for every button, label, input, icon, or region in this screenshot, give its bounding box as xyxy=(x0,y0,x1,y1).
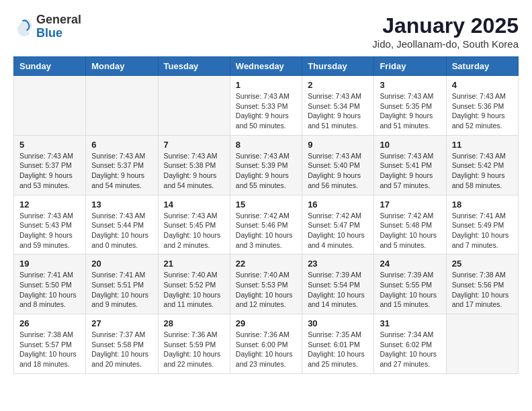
day-number: 19 xyxy=(19,259,80,269)
calendar-cell: 29Sunrise: 7:36 AMSunset: 6:00 PMDayligh… xyxy=(230,314,302,374)
day-number: 7 xyxy=(164,140,224,150)
calendar-cell: 16Sunrise: 7:42 AMSunset: 5:47 PMDayligh… xyxy=(302,195,374,255)
day-info: Sunrise: 7:43 AMSunset: 5:41 PMDaylight:… xyxy=(380,151,440,191)
calendar-cell: 6Sunrise: 7:43 AMSunset: 5:37 PMDaylight… xyxy=(86,135,158,195)
day-info: Sunrise: 7:38 AMSunset: 5:56 PMDaylight:… xyxy=(452,270,513,310)
calendar-cell: 2Sunrise: 7:43 AMSunset: 5:34 PMDaylight… xyxy=(302,76,374,136)
day-info: Sunrise: 7:41 AMSunset: 5:50 PMDaylight:… xyxy=(19,270,80,310)
calendar-cell: 15Sunrise: 7:42 AMSunset: 5:46 PMDayligh… xyxy=(230,195,302,255)
day-info: Sunrise: 7:39 AMSunset: 5:55 PMDaylight:… xyxy=(380,270,440,310)
day-info: Sunrise: 7:35 AMSunset: 6:01 PMDaylight:… xyxy=(308,330,368,369)
logo: General Blue xyxy=(13,13,81,40)
logo-text: General Blue xyxy=(36,13,81,40)
day-number: 12 xyxy=(19,199,80,210)
calendar-cell: 10Sunrise: 7:43 AMSunset: 5:41 PMDayligh… xyxy=(374,135,446,195)
day-info: Sunrise: 7:43 AMSunset: 5:40 PMDaylight:… xyxy=(308,151,368,191)
day-info: Sunrise: 7:40 AMSunset: 5:53 PMDaylight:… xyxy=(236,270,296,310)
weekday-header-thursday: Thursday xyxy=(302,57,374,76)
day-info: Sunrise: 7:42 AMSunset: 5:47 PMDaylight:… xyxy=(308,211,368,250)
day-info: Sunrise: 7:43 AMSunset: 5:43 PMDaylight:… xyxy=(19,211,80,250)
calendar-cell: 11Sunrise: 7:43 AMSunset: 5:42 PMDayligh… xyxy=(446,135,518,195)
day-number: 15 xyxy=(236,199,296,210)
day-number: 10 xyxy=(380,140,440,150)
calendar-cell: 24Sunrise: 7:39 AMSunset: 5:55 PMDayligh… xyxy=(374,255,446,314)
logo-icon xyxy=(13,17,34,37)
day-info: Sunrise: 7:43 AMSunset: 5:36 PMDaylight:… xyxy=(452,91,513,131)
day-number: 14 xyxy=(164,199,224,210)
page-header: General Blue January 2025 Jido, Jeollana… xyxy=(13,13,519,50)
day-info: Sunrise: 7:43 AMSunset: 5:33 PMDaylight:… xyxy=(236,91,296,131)
calendar-cell: 17Sunrise: 7:42 AMSunset: 5:48 PMDayligh… xyxy=(374,195,446,255)
day-number: 11 xyxy=(452,140,513,150)
day-info: Sunrise: 7:39 AMSunset: 5:54 PMDaylight:… xyxy=(308,270,368,310)
day-number: 18 xyxy=(452,199,513,210)
day-number: 5 xyxy=(19,140,80,150)
calendar-cell: 31Sunrise: 7:34 AMSunset: 6:02 PMDayligh… xyxy=(374,314,446,374)
day-info: Sunrise: 7:36 AMSunset: 6:00 PMDaylight:… xyxy=(236,330,296,369)
calendar-cell: 21Sunrise: 7:40 AMSunset: 5:52 PMDayligh… xyxy=(158,255,230,314)
day-info: Sunrise: 7:38 AMSunset: 5:57 PMDaylight:… xyxy=(19,330,80,369)
day-number: 8 xyxy=(236,140,296,150)
day-number: 3 xyxy=(380,80,440,90)
day-number: 26 xyxy=(19,318,80,328)
calendar-cell: 28Sunrise: 7:36 AMSunset: 5:59 PMDayligh… xyxy=(158,314,230,374)
calendar-cell xyxy=(158,76,230,136)
day-info: Sunrise: 7:43 AMSunset: 5:35 PMDaylight:… xyxy=(380,91,440,131)
day-info: Sunrise: 7:36 AMSunset: 5:59 PMDaylight:… xyxy=(164,330,224,369)
day-number: 25 xyxy=(452,259,513,269)
day-info: Sunrise: 7:42 AMSunset: 5:48 PMDaylight:… xyxy=(380,211,440,250)
weekday-header-monday: Monday xyxy=(86,57,158,76)
calendar-cell: 26Sunrise: 7:38 AMSunset: 5:57 PMDayligh… xyxy=(14,314,86,374)
day-info: Sunrise: 7:43 AMSunset: 5:37 PMDaylight:… xyxy=(19,151,80,191)
calendar-subtitle: Jido, Jeollanam-do, South Korea xyxy=(372,38,519,50)
calendar-cell: 1Sunrise: 7:43 AMSunset: 5:33 PMDaylight… xyxy=(230,76,302,136)
day-number: 22 xyxy=(236,259,296,269)
calendar-cell xyxy=(86,76,158,136)
day-info: Sunrise: 7:43 AMSunset: 5:39 PMDaylight:… xyxy=(236,151,296,191)
day-number: 16 xyxy=(308,199,368,210)
day-info: Sunrise: 7:37 AMSunset: 5:58 PMDaylight:… xyxy=(91,330,152,369)
week-row-4: 19Sunrise: 7:41 AMSunset: 5:50 PMDayligh… xyxy=(14,255,519,314)
calendar-cell: 5Sunrise: 7:43 AMSunset: 5:37 PMDaylight… xyxy=(14,135,86,195)
calendar-cell: 14Sunrise: 7:43 AMSunset: 5:45 PMDayligh… xyxy=(158,195,230,255)
day-number: 21 xyxy=(164,259,224,269)
calendar-cell: 20Sunrise: 7:41 AMSunset: 5:51 PMDayligh… xyxy=(86,255,158,314)
weekday-header-wednesday: Wednesday xyxy=(230,57,302,76)
calendar-cell: 7Sunrise: 7:43 AMSunset: 5:38 PMDaylight… xyxy=(158,135,230,195)
weekday-header-tuesday: Tuesday xyxy=(158,57,230,76)
day-number: 24 xyxy=(380,259,440,269)
calendar-cell: 25Sunrise: 7:38 AMSunset: 5:56 PMDayligh… xyxy=(446,255,518,314)
calendar-cell: 9Sunrise: 7:43 AMSunset: 5:40 PMDaylight… xyxy=(302,135,374,195)
calendar-title: January 2025 xyxy=(372,13,519,38)
day-info: Sunrise: 7:41 AMSunset: 5:51 PMDaylight:… xyxy=(91,270,152,310)
week-row-1: 1Sunrise: 7:43 AMSunset: 5:33 PMDaylight… xyxy=(14,76,519,136)
week-row-3: 12Sunrise: 7:43 AMSunset: 5:43 PMDayligh… xyxy=(14,195,519,255)
weekday-header-saturday: Saturday xyxy=(446,57,518,76)
week-row-2: 5Sunrise: 7:43 AMSunset: 5:37 PMDaylight… xyxy=(14,135,519,195)
calendar-table: SundayMondayTuesdayWednesdayThursdayFrid… xyxy=(13,56,519,374)
day-number: 6 xyxy=(91,140,152,150)
day-info: Sunrise: 7:43 AMSunset: 5:44 PMDaylight:… xyxy=(91,211,152,250)
day-info: Sunrise: 7:43 AMSunset: 5:37 PMDaylight:… xyxy=(91,151,152,191)
calendar-cell: 4Sunrise: 7:43 AMSunset: 5:36 PMDaylight… xyxy=(446,76,518,136)
calendar-cell: 12Sunrise: 7:43 AMSunset: 5:43 PMDayligh… xyxy=(14,195,86,255)
day-number: 28 xyxy=(164,318,224,328)
day-number: 23 xyxy=(308,259,368,269)
day-info: Sunrise: 7:41 AMSunset: 5:49 PMDaylight:… xyxy=(452,211,513,250)
day-info: Sunrise: 7:43 AMSunset: 5:38 PMDaylight:… xyxy=(164,151,224,191)
calendar-cell: 30Sunrise: 7:35 AMSunset: 6:01 PMDayligh… xyxy=(302,314,374,374)
calendar-cell: 22Sunrise: 7:40 AMSunset: 5:53 PMDayligh… xyxy=(230,255,302,314)
calendar-cell: 23Sunrise: 7:39 AMSunset: 5:54 PMDayligh… xyxy=(302,255,374,314)
day-number: 13 xyxy=(91,199,152,210)
day-number: 31 xyxy=(380,318,440,328)
calendar-cell: 13Sunrise: 7:43 AMSunset: 5:44 PMDayligh… xyxy=(86,195,158,255)
day-number: 1 xyxy=(236,80,296,90)
day-number: 9 xyxy=(308,140,368,150)
day-info: Sunrise: 7:43 AMSunset: 5:42 PMDaylight:… xyxy=(452,151,513,191)
calendar-cell xyxy=(14,76,86,136)
day-number: 27 xyxy=(91,318,152,328)
day-number: 29 xyxy=(236,318,296,328)
day-info: Sunrise: 7:43 AMSunset: 5:34 PMDaylight:… xyxy=(308,91,368,131)
weekday-header-row: SundayMondayTuesdayWednesdayThursdayFrid… xyxy=(14,57,519,76)
calendar-cell: 8Sunrise: 7:43 AMSunset: 5:39 PMDaylight… xyxy=(230,135,302,195)
